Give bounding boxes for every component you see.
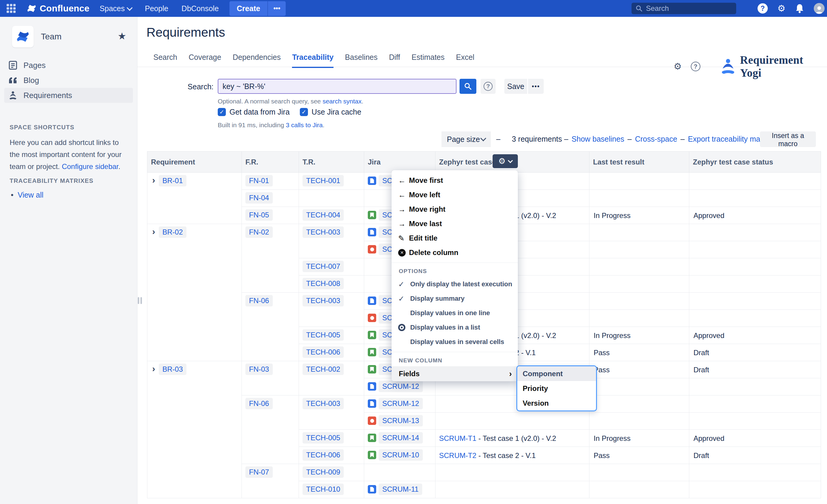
technical-requirement-link[interactable]: TECH-003 bbox=[302, 226, 344, 238]
zephyr-test-link[interactable]: SCRUM-T2 bbox=[439, 451, 476, 459]
technical-requirement-link[interactable]: TECH-007 bbox=[302, 261, 344, 272]
create-more-button[interactable]: ••• bbox=[267, 1, 286, 16]
gear-icon[interactable]: ⚙ bbox=[777, 4, 785, 13]
menu-option-display-values-in-several-cells[interactable]: Display values in several cells bbox=[392, 335, 518, 349]
technical-requirement-link[interactable]: TECH-001 bbox=[302, 175, 344, 187]
column-header-label: Zephyr test cases bbox=[439, 158, 500, 166]
menu-item-move-left[interactable]: ←Move left bbox=[392, 188, 518, 202]
topbar-item-people[interactable]: People bbox=[145, 4, 168, 13]
confluence-logo[interactable]: Confluence bbox=[27, 3, 89, 13]
search-help-button[interactable]: ? bbox=[481, 79, 496, 94]
notifications-bell-icon[interactable] bbox=[795, 4, 804, 13]
topbar-item-dbconsole[interactable]: DbConsole bbox=[182, 4, 219, 13]
jira-issue-link[interactable]: SCRUM-12 bbox=[379, 381, 423, 392]
technical-requirement-link[interactable]: TECH-004 bbox=[302, 209, 344, 221]
tab-baselines[interactable]: Baselines bbox=[345, 53, 377, 68]
technical-requirement-link[interactable]: TECH-003 bbox=[302, 398, 344, 409]
functional-requirement-link[interactable]: FN-06 bbox=[245, 295, 273, 306]
tab-diff[interactable]: Diff bbox=[389, 53, 400, 68]
sidebar-item-pages[interactable]: Pages bbox=[4, 58, 133, 73]
tab-traceability[interactable]: Traceability bbox=[292, 53, 334, 68]
requirement-link[interactable]: BR-01 bbox=[159, 175, 187, 187]
column-menu-button[interactable]: ⚙ bbox=[493, 154, 518, 168]
menu-item-fields[interactable]: Fields› bbox=[392, 366, 518, 381]
technical-requirement-link[interactable]: TECH-008 bbox=[302, 278, 344, 289]
sidebar-item-blog[interactable]: Blog bbox=[4, 73, 133, 88]
app-switcher-icon[interactable] bbox=[7, 4, 16, 13]
technical-requirement-link[interactable]: TECH-009 bbox=[302, 466, 344, 478]
menu-item-delete-column[interactable]: ✕Delete column bbox=[392, 245, 518, 260]
technical-requirement-link[interactable]: TECH-002 bbox=[302, 363, 344, 375]
submenu-item-priority[interactable]: Priority bbox=[517, 381, 596, 396]
submenu-item-version[interactable]: Version bbox=[517, 396, 596, 410]
tab-coverage[interactable]: Coverage bbox=[189, 53, 221, 68]
configure-sidebar-link[interactable]: Configure sidebar bbox=[62, 162, 118, 170]
checkbox-get-data-from-jira[interactable]: ✓Get data from Jira bbox=[218, 108, 290, 116]
run-search-button[interactable] bbox=[459, 79, 476, 94]
view-all-link[interactable]: View all bbox=[18, 191, 44, 199]
calls-to-jira-link[interactable]: 3 calls to Jira bbox=[286, 121, 323, 129]
topbar-item-spaces[interactable]: Spaces bbox=[100, 4, 132, 13]
jira-issue-link[interactable]: SCRUM-13 bbox=[379, 415, 423, 426]
settings-gear-icon[interactable]: ⚙ bbox=[674, 62, 682, 71]
insert-as-macro-button[interactable]: Insert as a macro bbox=[760, 132, 816, 147]
sidebar-resize-handle[interactable] bbox=[138, 297, 142, 304]
technical-requirement-link[interactable]: TECH-005 bbox=[302, 329, 344, 341]
technical-requirement-link[interactable]: TECH-005 bbox=[302, 432, 344, 444]
menu-item-move-first[interactable]: ←Move first bbox=[392, 173, 518, 188]
table-cell-empty bbox=[689, 378, 821, 395]
favorite-star-icon[interactable]: ★ bbox=[117, 31, 126, 41]
menu-option-display-summary[interactable]: ✓Display summary bbox=[392, 291, 518, 306]
menu-item-edit-title[interactable]: ✎Edit title bbox=[392, 231, 518, 245]
toolbar-link-export-traceability-matrix[interactable]: Export traceability matrix bbox=[688, 135, 771, 143]
requirement-link[interactable]: BR-03 bbox=[159, 363, 187, 375]
functional-requirement-link[interactable]: FN-07 bbox=[245, 466, 273, 478]
functional-requirement-link[interactable]: FN-03 bbox=[245, 363, 273, 375]
sidebar-item-requirements[interactable]: Requirements bbox=[4, 88, 133, 103]
user-avatar[interactable] bbox=[814, 3, 825, 14]
functional-requirement-link[interactable]: FN-02 bbox=[245, 226, 273, 238]
functional-requirement-link[interactable]: FN-06 bbox=[245, 398, 273, 409]
global-search-input[interactable]: Search bbox=[632, 3, 736, 14]
jira-issue-link[interactable]: SCRUM-12 bbox=[379, 398, 423, 409]
space-logo[interactable] bbox=[12, 26, 34, 48]
expand-row-icon[interactable]: › bbox=[152, 227, 155, 236]
toolbar-link-show-baselines[interactable]: Show baselines bbox=[572, 135, 624, 143]
tab-estimates[interactable]: Estimates bbox=[412, 53, 445, 68]
search-syntax-link[interactable]: search syntax bbox=[323, 98, 362, 105]
toolbar-link-cross-space[interactable]: Cross-space bbox=[635, 135, 677, 143]
expand-row-icon[interactable]: › bbox=[152, 364, 155, 373]
menu-option-display-values-in-one-line[interactable]: Display values in one line bbox=[392, 306, 518, 320]
technical-requirement-link[interactable]: TECH-003 bbox=[302, 295, 344, 306]
menu-item-move-right[interactable]: →Move right bbox=[392, 202, 518, 216]
functional-requirement-link[interactable]: FN-05 bbox=[245, 209, 273, 221]
zephyr-test-link[interactable]: SCRUM-T1 bbox=[439, 434, 476, 442]
save-button[interactable]: Save bbox=[504, 79, 527, 94]
more-options-button[interactable]: ••• bbox=[528, 79, 544, 94]
requirements-search-input[interactable] bbox=[218, 79, 456, 94]
technical-requirement-link[interactable]: TECH-010 bbox=[302, 484, 344, 495]
checkbox-use-jira-cache[interactable]: ✓Use Jira cache bbox=[300, 108, 361, 116]
menu-option-only-display-the-latest-execution[interactable]: ✓Only display the latest execution bbox=[392, 277, 518, 291]
functional-requirement-link[interactable]: FN-01 bbox=[245, 175, 273, 187]
menu-option-display-values-in-a-list[interactable]: Display values in a list bbox=[392, 320, 518, 335]
submenu-item-component[interactable]: Component bbox=[517, 366, 596, 381]
requirement-yogi-logo[interactable]: Requirement Yogi bbox=[720, 54, 827, 80]
yogi-help-icon[interactable]: ? bbox=[691, 62, 700, 71]
tab-dependencies[interactable]: Dependencies bbox=[233, 53, 281, 68]
technical-requirement-link[interactable]: TECH-006 bbox=[302, 346, 344, 358]
page-size-dropdown[interactable]: Page size bbox=[441, 132, 491, 147]
topbar-menu: SpacesPeopleDbConsole bbox=[100, 4, 218, 13]
functional-requirement-link[interactable]: FN-04 bbox=[245, 192, 273, 204]
help-icon[interactable]: ? bbox=[758, 3, 768, 13]
technical-requirement-link[interactable]: TECH-006 bbox=[302, 449, 344, 461]
jira-issue-link[interactable]: SCRUM-10 bbox=[379, 449, 423, 461]
tab-search[interactable]: Search bbox=[153, 53, 177, 68]
jira-issue-link[interactable]: SCRUM-14 bbox=[379, 432, 423, 444]
menu-item-move-last[interactable]: →Move last bbox=[392, 216, 518, 231]
create-button[interactable]: Create bbox=[230, 1, 267, 16]
tab-excel[interactable]: Excel bbox=[456, 53, 474, 68]
requirement-link[interactable]: BR-02 bbox=[159, 226, 187, 238]
expand-row-icon[interactable]: › bbox=[152, 175, 155, 185]
jira-issue-link[interactable]: SCRUM-11 bbox=[379, 484, 422, 495]
